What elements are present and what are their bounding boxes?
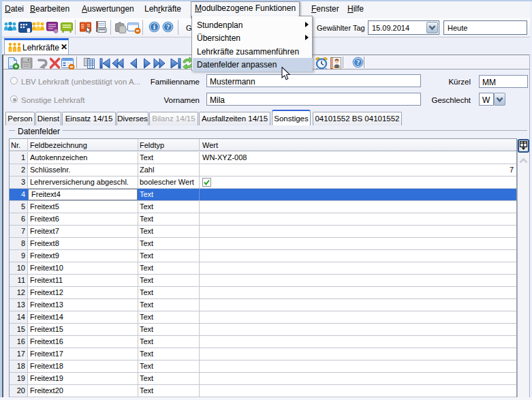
svg-text:?: ? (166, 23, 170, 31)
svg-text:i: i (153, 23, 155, 31)
svg-text:?: ? (356, 59, 360, 66)
